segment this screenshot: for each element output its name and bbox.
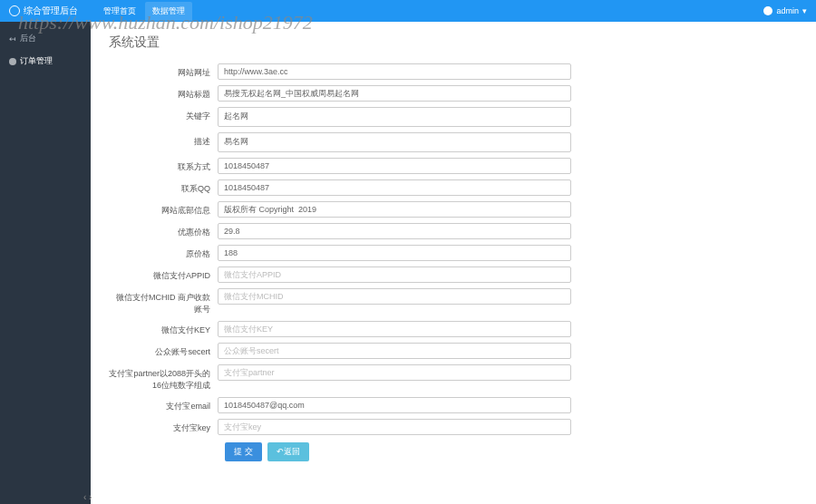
field-label: 支付宝key: [109, 419, 218, 434]
form-row: 支付宝key: [109, 419, 798, 435]
logo-icon: [9, 5, 20, 16]
field-input[interactable]: [218, 179, 571, 196]
button-row: 提 交 ↶返回: [225, 442, 798, 461]
sidebar-label: 订单管理: [20, 55, 53, 67]
form-row: 公众账号secert: [109, 343, 798, 359]
field-label: 支付宝partner以2088开头的16位纯数字组成: [109, 364, 218, 392]
form-row: 描述: [109, 132, 798, 152]
top-header: 综合管理后台 管理首页 数据管理 admin ▾: [0, 0, 816, 22]
field-label: 关键字: [109, 107, 218, 122]
form-row: 微信支付APPID: [109, 267, 798, 283]
sidebar-label: 后台: [20, 33, 36, 44]
field-label: 网站标题: [109, 85, 218, 101]
form-row: 网站网址: [109, 63, 798, 80]
caret-down-icon: ▾: [802, 6, 807, 15]
field-input[interactable]: [218, 343, 571, 359]
page-title: 系统设置: [109, 34, 798, 51]
field-input[interactable]: [218, 397, 571, 413]
field-input[interactable]: [218, 132, 571, 152]
circle-icon: [9, 58, 16, 65]
back-button[interactable]: ↶返回: [267, 442, 309, 461]
field-label: 微信支付KEY: [109, 321, 218, 336]
form-row: 联系方式: [109, 158, 798, 174]
top-nav: 管理首页 数据管理: [96, 2, 192, 21]
sidebar: ↤ 后台 订单管理: [0, 22, 91, 504]
field-input[interactable]: [218, 245, 571, 261]
field-label: 联系QQ: [109, 179, 218, 195]
back-arrow-icon: ↤: [9, 34, 16, 44]
form-row: 关键字: [109, 107, 798, 127]
field-input[interactable]: [218, 364, 571, 381]
sidebar-item-orders[interactable]: 订单管理: [0, 50, 91, 73]
form-row: 优惠价格: [109, 223, 798, 239]
field-label: 网站底部信息: [109, 201, 218, 217]
field-label: 原价格: [109, 245, 218, 260]
field-label: 微信支付APPID: [109, 267, 218, 282]
field-input[interactable]: [218, 107, 571, 127]
submit-button[interactable]: 提 交: [225, 442, 262, 461]
field-label: 优惠价格: [109, 223, 218, 238]
content-area: 系统设置 网站网址网站标题关键字描述联系方式联系QQ网站底部信息优惠价格原价格微…: [91, 22, 816, 504]
field-input[interactable]: [218, 158, 571, 174]
field-input[interactable]: [218, 85, 571, 102]
field-input[interactable]: [218, 419, 571, 435]
brand-title: 综合管理后台: [24, 5, 78, 17]
field-label: 联系方式: [109, 158, 218, 173]
form-row: 微信支付KEY: [109, 321, 798, 337]
field-label: 描述: [109, 132, 218, 148]
field-label: 公众账号secert: [109, 343, 218, 358]
form-row: 网站底部信息: [109, 201, 798, 218]
form-row: 微信支付MCHID 商户收款账号: [109, 288, 798, 315]
form-row: 网站标题: [109, 85, 798, 102]
settings-form: 网站网址网站标题关键字描述联系方式联系QQ网站底部信息优惠价格原价格微信支付AP…: [109, 63, 798, 435]
user-menu[interactable]: admin ▾: [763, 6, 807, 15]
field-label: 微信支付MCHID 商户收款账号: [109, 288, 218, 315]
field-label: 支付宝email: [109, 397, 218, 412]
nav-data[interactable]: 数据管理: [145, 2, 192, 21]
field-input[interactable]: [218, 288, 571, 305]
field-input[interactable]: [218, 321, 571, 337]
sidebar-item-back[interactable]: ↤ 后台: [0, 27, 91, 50]
field-input[interactable]: [218, 201, 571, 218]
user-icon: [763, 6, 772, 15]
field-input[interactable]: [218, 63, 571, 80]
nav-home[interactable]: 管理首页: [96, 2, 143, 21]
field-input[interactable]: [218, 223, 571, 239]
form-row: 支付宝partner以2088开头的16位纯数字组成: [109, 364, 798, 392]
form-row: 原价格: [109, 245, 798, 261]
field-label: 网站网址: [109, 63, 218, 79]
form-row: 支付宝email: [109, 397, 798, 413]
field-input[interactable]: [218, 267, 571, 283]
user-name: admin: [776, 6, 799, 15]
sidebar-resize-handle[interactable]: ‹ ›: [83, 492, 92, 502]
form-row: 联系QQ: [109, 179, 798, 196]
